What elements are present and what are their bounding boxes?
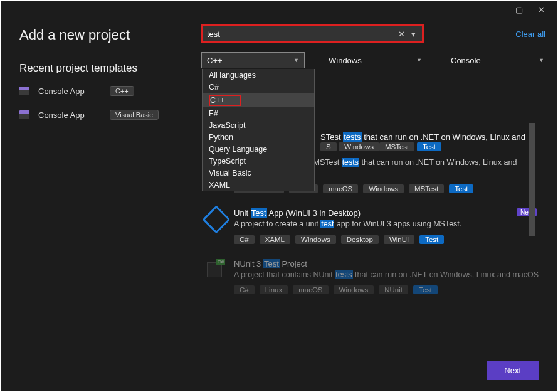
- recent-item-label: Console App: [38, 110, 101, 120]
- language-option[interactable]: TypeScript: [203, 155, 314, 167]
- template-item[interactable]: STest tests that can run on .NET on Wind…: [320, 82, 543, 151]
- project-type-combo[interactable]: Console ▼: [446, 52, 549, 68]
- language-combo[interactable]: C++ ▼ All languagesC#C++F#JavaScriptPyth…: [201, 52, 305, 68]
- recent-item-tag: C++: [110, 86, 134, 96]
- template-item[interactable]: NUnit 3 Test Project A project that cont…: [201, 253, 543, 304]
- tag: XAML: [260, 235, 290, 244]
- template-tags: S WindowsMSTest Test: [320, 142, 543, 151]
- tag: Test: [449, 184, 473, 193]
- close-icon[interactable]: ✕: [538, 5, 545, 14]
- recent-item-label: Console App: [38, 87, 101, 96]
- template-item[interactable]: New Unit Test App (WinUI 3 in Desktop) A…: [201, 202, 543, 253]
- tag: MSTest: [409, 184, 444, 193]
- language-option[interactable]: C++: [203, 93, 314, 107]
- tag: Test: [413, 285, 438, 294]
- template-tags: C#LinuxmacOSWindowsNUnit Test: [234, 285, 539, 294]
- recent-list: Console App C++ Console App Visual Basic: [19, 86, 201, 120]
- language-option[interactable]: JavaScript: [203, 119, 314, 131]
- language-dropdown: All languagesC#C++F#JavaScriptPythonQuer…: [202, 69, 315, 191]
- winui-icon: [205, 209, 225, 228]
- tag: Windows: [295, 235, 336, 244]
- recent-item[interactable]: Console App C++: [19, 86, 201, 96]
- language-option[interactable]: All languages: [203, 69, 314, 81]
- recent-item[interactable]: Console App Visual Basic: [19, 110, 201, 120]
- tag: C#: [234, 235, 255, 244]
- scrollbar[interactable]: [529, 123, 535, 355]
- tag: Test: [419, 235, 444, 244]
- clear-search-icon[interactable]: ✕: [394, 29, 409, 39]
- project-type-combo-label: Console: [451, 56, 481, 65]
- tag: macOS: [323, 184, 358, 193]
- title-bar: ▢ ✕: [1, 1, 557, 18]
- template-desc: A project that contains NUnit tests that…: [234, 270, 539, 281]
- tag: Windows: [339, 142, 379, 151]
- language-combo-label: C++: [207, 56, 223, 65]
- project-icon: [19, 87, 29, 95]
- tag: Test: [417, 142, 441, 151]
- platform-combo-label: Windows: [329, 56, 362, 65]
- next-button[interactable]: Next: [487, 361, 539, 380]
- template-title: NUnit 3 Test Project: [234, 259, 539, 268]
- template-title: Unit Test App (WinUI 3 in Desktop): [234, 208, 539, 218]
- tag: macOS: [293, 285, 328, 294]
- template-desc: A project to create a unit test app for …: [234, 219, 539, 230]
- search-input[interactable]: [207, 29, 394, 39]
- tag: Linux: [260, 285, 288, 294]
- language-option[interactable]: F#: [203, 107, 314, 119]
- language-option[interactable]: Python: [203, 131, 314, 143]
- nunit-icon: [205, 260, 225, 279]
- recent-item-tag: Visual Basic: [110, 110, 159, 120]
- search-input-wrap[interactable]: ✕ ▾: [201, 24, 424, 43]
- language-option[interactable]: C#: [203, 81, 314, 93]
- platform-combo[interactable]: Windows ▼: [324, 52, 427, 68]
- tag: WinUI: [384, 235, 414, 244]
- clear-all-link[interactable]: Clear all: [515, 29, 549, 39]
- project-icon: [19, 110, 29, 119]
- tag: MSTest: [379, 142, 414, 151]
- tag: Desktop: [341, 235, 379, 244]
- template-desc: STest tests that can run on .NET on Wind…: [320, 132, 543, 142]
- tag: C#: [234, 285, 255, 294]
- tag: Windows: [363, 184, 404, 193]
- recent-heading: Recent project templates: [19, 62, 201, 75]
- search-caret-icon[interactable]: ▾: [409, 29, 418, 39]
- tag: Windows: [334, 285, 374, 294]
- scroll-thumb[interactable]: [529, 123, 535, 236]
- page-title: Add a new project: [19, 27, 201, 43]
- tag: S: [320, 142, 337, 151]
- language-option[interactable]: Visual Basic: [203, 167, 314, 179]
- chevron-down-icon: ▼: [416, 57, 422, 63]
- language-option[interactable]: XAML: [203, 179, 314, 191]
- chevron-down-icon: ▼: [539, 57, 544, 63]
- chevron-down-icon: ▼: [293, 57, 299, 63]
- tag: NUnit: [379, 285, 408, 294]
- maximize-icon[interactable]: ▢: [515, 5, 523, 14]
- language-option[interactable]: Query Language: [203, 143, 314, 155]
- template-tags: C#XAMLWindowsDesktopWinUI Test: [234, 235, 539, 244]
